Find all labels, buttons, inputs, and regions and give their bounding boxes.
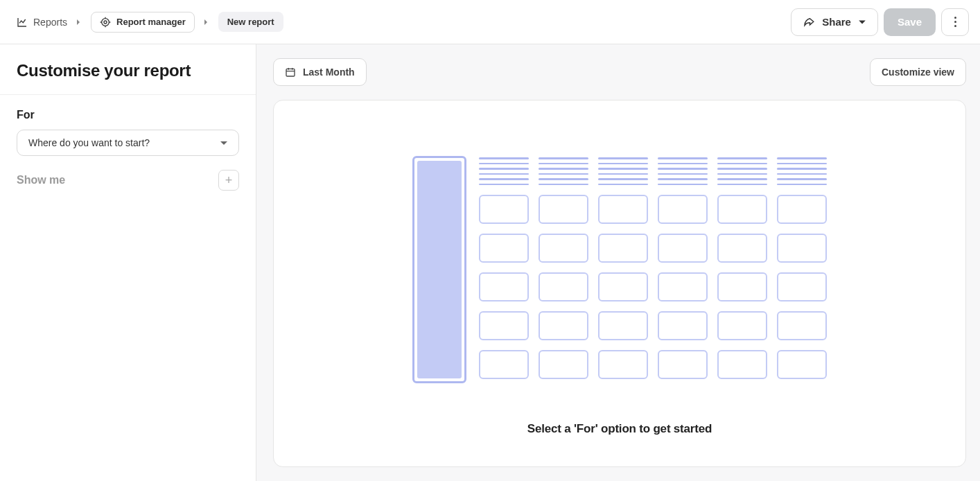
share-button-label: Share (822, 16, 851, 28)
sidebar-title: Customise your report (0, 44, 256, 95)
svg-point-0 (102, 18, 110, 26)
show-me-section: Show me + (0, 161, 256, 199)
svg-rect-2 (286, 69, 295, 76)
breadcrumb: Reports Report manager New report (17, 12, 283, 33)
skeleton-column (658, 156, 708, 383)
breadcrumb-current-chip: New report (218, 12, 283, 32)
content-toolbar: Last Month Customize view (273, 58, 966, 86)
skeleton-column (479, 156, 529, 383)
save-button-label: Save (898, 16, 922, 28)
report-content: Last Month Customize view (256, 44, 980, 481)
for-dropdown[interactable]: Where do you want to start? (17, 130, 239, 156)
share-button[interactable]: Share (791, 8, 878, 36)
more-vertical-icon (942, 17, 968, 27)
save-button: Save (884, 8, 936, 36)
main-layout: Customise your report For Where do you w… (0, 44, 980, 481)
customize-view-button[interactable]: Customize view (870, 58, 966, 86)
breadcrumb-root-label: Reports (33, 17, 67, 28)
skeleton-column (717, 156, 767, 383)
for-label: For (17, 109, 239, 121)
chevron-right-icon (76, 19, 82, 26)
skeleton-column (539, 156, 588, 383)
breadcrumb-root[interactable]: Reports (17, 17, 67, 28)
caret-down-icon (858, 18, 866, 26)
share-arrow-icon (803, 16, 815, 28)
target-icon (100, 17, 111, 28)
empty-state-text: Select a 'For' option to get started (527, 422, 712, 436)
caret-down-icon (220, 141, 227, 145)
breadcrumb-manager-chip[interactable]: Report manager (91, 12, 195, 33)
skeleton-columns (479, 156, 827, 383)
date-range-selector[interactable]: Last Month (273, 58, 367, 86)
empty-state-skeleton (412, 156, 827, 383)
app-header: Reports Report manager New report Share … (0, 0, 980, 44)
more-options-button[interactable] (941, 8, 969, 36)
breadcrumb-manager-label: Report manager (116, 17, 186, 27)
report-canvas: Select a 'For' option to get started (273, 100, 966, 467)
for-section: For Where do you want to start? (0, 95, 256, 161)
customize-sidebar: Customise your report For Where do you w… (0, 44, 256, 481)
breadcrumb-current-label: New report (227, 17, 274, 27)
show-me-label: Show me (17, 174, 65, 186)
chevron-right-icon (203, 19, 210, 26)
header-actions: Share Save (791, 8, 969, 36)
chart-line-icon (17, 17, 28, 28)
plus-icon: + (225, 173, 233, 188)
date-range-label: Last Month (303, 67, 355, 78)
calendar-icon (285, 67, 296, 78)
svg-point-1 (104, 21, 107, 24)
skeleton-column (777, 156, 827, 383)
skeleton-first-column (412, 156, 466, 383)
for-dropdown-placeholder: Where do you want to start? (28, 137, 150, 148)
customize-view-label: Customize view (882, 67, 954, 78)
skeleton-column (598, 156, 648, 383)
show-me-add-button[interactable]: + (218, 170, 239, 191)
